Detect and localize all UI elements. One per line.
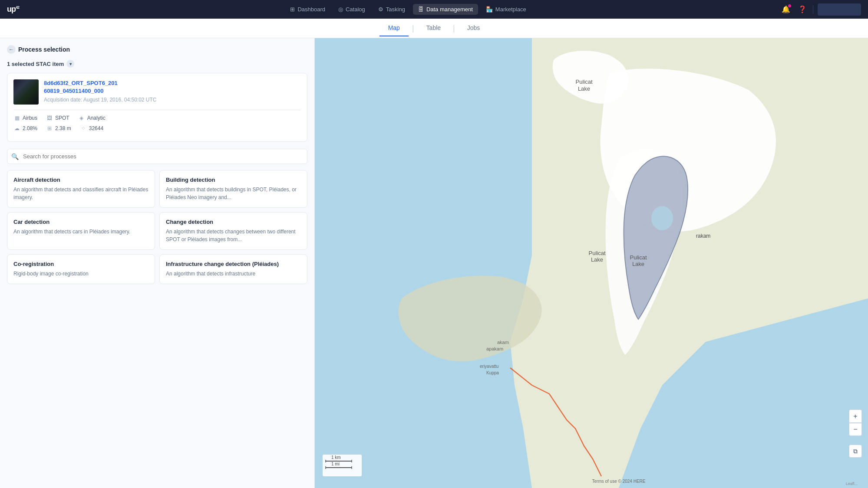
nav-right: 🔔 ❓ xyxy=(780,3,861,16)
svg-text:Pulicat: Pulicat xyxy=(630,254,647,261)
stac-info-badge[interactable]: ▾ xyxy=(66,60,74,68)
nav-dashboard[interactable]: ⊞ Dashboard xyxy=(285,4,330,15)
map-area[interactable]: Pulicat Lake Pulicat Lake Pulicat Lake r… xyxy=(315,38,868,488)
notification-badge xyxy=(788,4,791,7)
marketplace-icon: 🏪 xyxy=(486,6,493,13)
process-title: Change detection xyxy=(166,219,301,225)
process-card-coregistration[interactable]: Co-registration Rigid-body image co-regi… xyxy=(7,254,155,284)
svg-text:Lake: Lake xyxy=(632,261,644,267)
logo-sup: 42 xyxy=(16,5,19,10)
sensor-icon: 🖼 xyxy=(46,115,53,121)
process-title: Car detection xyxy=(13,219,149,225)
main-layout: ← Process selection 1 selected STAC item… xyxy=(0,38,868,488)
stac-resolution: ⊞ 2.38 m xyxy=(46,125,71,132)
app-logo[interactable]: up42 xyxy=(7,5,19,14)
process-card-aircraft[interactable]: Aircraft detection An algorithm that det… xyxy=(7,170,155,208)
nav-marketplace[interactable]: 🏪 Marketplace xyxy=(481,4,531,15)
top-navigation: up42 ⊞ Dashboard ◎ Catalog ⚙ Tasking 🗄 D… xyxy=(0,0,868,19)
nav-data-management[interactable]: 🗄 Data management xyxy=(413,4,478,15)
zoom-in-button[interactable]: + xyxy=(849,409,862,422)
search-icon: 🔍 xyxy=(11,153,19,160)
stac-meta-row1: ▦ Airbus 🖼 SPOT ◈ Analytic xyxy=(13,115,301,121)
cloud-icon: ☁ xyxy=(13,125,20,132)
svg-text:rakam: rakam xyxy=(696,233,710,239)
svg-text:Pulicat: Pulicat xyxy=(588,250,605,256)
tab-map[interactable]: Map xyxy=(380,20,409,36)
type-icon: ◈ xyxy=(78,115,85,121)
stac-type: ◈ Analytic xyxy=(78,115,106,121)
map-svg: Pulicat Lake Pulicat Lake Pulicat Lake r… xyxy=(315,38,868,488)
svg-text:apakam: apakam xyxy=(486,346,503,351)
notifications-button[interactable]: 🔔 xyxy=(780,3,792,16)
process-title: Co-registration xyxy=(13,261,149,267)
svg-point-1 xyxy=(651,206,673,230)
stac-item-card: 8d6d63f2_ORT_SPOT6_20160819_045011400_00… xyxy=(7,73,307,142)
data-management-icon: 🗄 xyxy=(418,6,424,13)
stac-thumbnail xyxy=(13,79,39,105)
tab-table[interactable]: Table xyxy=(418,20,449,36)
pixel-icon: ⁘ xyxy=(80,125,87,132)
secondary-navigation: Map | Table | Jobs xyxy=(0,19,868,38)
process-grid: Aircraft detection An algorithm that det… xyxy=(7,170,307,284)
process-description: An algorithm that detects cars in Pléiad… xyxy=(13,228,149,236)
process-title: Building detection xyxy=(166,177,301,183)
stac-cloud-cover: ☁ 2.08% xyxy=(13,125,37,132)
svg-text:Pulicat: Pulicat xyxy=(575,79,592,85)
svg-text:1 km: 1 km xyxy=(331,455,341,460)
svg-text:1 mi: 1 mi xyxy=(331,462,340,466)
stac-section-title: 1 selected STAC item ▾ xyxy=(7,60,307,68)
help-button[interactable]: ❓ xyxy=(796,3,809,16)
tab-separator-1: | xyxy=(412,24,414,33)
process-title: Aircraft detection xyxy=(13,177,149,183)
svg-text:Leafl...: Leafl... xyxy=(846,481,858,486)
map-controls: + − xyxy=(849,409,862,436)
stac-meta-row2: ☁ 2.08% ⊞ 2.38 m ⁘ 32644 xyxy=(13,125,301,132)
process-card-change[interactable]: Change detection An algorithm that detec… xyxy=(159,212,307,250)
stac-divider xyxy=(13,110,301,110)
search-box: 🔍 xyxy=(7,149,307,164)
tab-separator-2: | xyxy=(453,24,455,33)
dashboard-icon: ⊞ xyxy=(290,6,295,13)
stac-id[interactable]: 8d6d63f2_ORT_SPOT6_20160819_045011400_00… xyxy=(44,79,301,95)
svg-text:Terms of use  © 2024 HERE: Terms of use © 2024 HERE xyxy=(592,479,646,484)
process-card-infrastructure[interactable]: Infrastructure change detection (Pléiade… xyxy=(159,254,307,284)
catalog-icon: ◎ xyxy=(338,6,343,13)
resolution-icon: ⊞ xyxy=(46,125,53,132)
map-layers-button[interactable]: ⧉ xyxy=(849,445,862,458)
stac-acquisition-date: Acquisition date: August 19, 2016, 04:50… xyxy=(44,97,301,103)
stac-card-header: 8d6d63f2_ORT_SPOT6_20160819_045011400_00… xyxy=(13,79,301,105)
stac-provider: ▦ Airbus xyxy=(13,115,37,121)
tasking-icon: ⚙ xyxy=(378,6,383,13)
nav-catalog[interactable]: ◎ Catalog xyxy=(333,4,370,15)
svg-text:akam: akam xyxy=(497,340,509,345)
tab-jobs[interactable]: Jobs xyxy=(459,20,489,36)
stac-pixel-count: ⁘ 32644 xyxy=(80,125,103,132)
svg-text:Lake: Lake xyxy=(578,85,590,92)
process-title: Infrastructure change detection (Pléiade… xyxy=(166,261,301,267)
svg-text:Lake: Lake xyxy=(591,256,603,263)
process-card-car[interactable]: Car detection An algorithm that detects … xyxy=(7,212,155,250)
svg-text:Kuppa: Kuppa xyxy=(486,370,499,375)
back-arrow-icon: ← xyxy=(7,45,16,54)
left-panel: ← Process selection 1 selected STAC item… xyxy=(0,38,315,488)
search-input[interactable] xyxy=(7,149,307,164)
nav-items: ⊞ Dashboard ◎ Catalog ⚙ Tasking 🗄 Data m… xyxy=(36,4,780,15)
user-avatar[interactable] xyxy=(818,3,861,16)
process-description: An algorithm that detects and classifies… xyxy=(13,186,149,201)
stac-sensor: 🖼 SPOT xyxy=(46,115,69,121)
process-description: An algorithm that detects infrastructure xyxy=(166,270,301,278)
nav-divider xyxy=(813,5,813,14)
nav-tasking[interactable]: ⚙ Tasking xyxy=(373,4,410,15)
stac-info: 8d6d63f2_ORT_SPOT6_20160819_045011400_00… xyxy=(44,79,301,105)
zoom-out-button[interactable]: − xyxy=(849,423,862,436)
process-card-building[interactable]: Building detection An algorithm that det… xyxy=(159,170,307,208)
process-description: An algorithm that detects buildings in S… xyxy=(166,186,301,201)
process-description: Rigid-body image co-registration xyxy=(13,270,149,278)
back-button[interactable]: ← Process selection xyxy=(7,45,307,54)
svg-rect-13 xyxy=(323,455,362,476)
process-description: An algorithm that detects changes betwee… xyxy=(166,228,301,243)
svg-text:eriyavattu: eriyavattu xyxy=(480,364,498,369)
provider-icon: ▦ xyxy=(13,115,20,121)
